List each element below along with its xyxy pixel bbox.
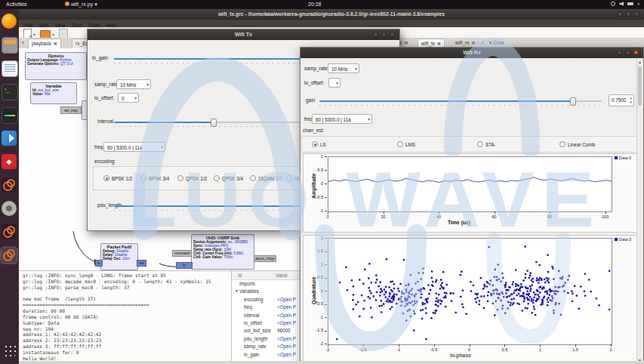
dock-icon-files[interactable]: [2, 37, 18, 54]
focused-app-menu[interactable]: wifi_rx.py ▾: [65, 2, 97, 8]
radio-option-qpsk-1-2[interactable]: QPSK 1/2: [177, 175, 207, 181]
minimize-button[interactable]: [617, 50, 622, 55]
radio-option-bpsk-3-4[interactable]: BPSK 3/4: [140, 175, 169, 181]
freq-combo[interactable]: 60 | 5300.0 | 11a: [312, 114, 372, 124]
console-line: address 3: ff:ff:ff:ff:ff:ff: [23, 344, 231, 350]
minimize-button[interactable]: [618, 11, 623, 17]
window-bottom-edge: [0, 361, 644, 364]
wifi-rx-titlebar[interactable]: Wifi Rx: [300, 48, 643, 58]
usrp-in-port[interactable]: in: [176, 262, 193, 269]
slider-handle[interactable]: [211, 119, 217, 127]
block-variable[interactable]: VariableId: out_buf_sizeValue: 96k: [30, 82, 77, 104]
dock-icon-gnuradio[interactable]: [2, 177, 17, 193]
packet-pad-in-port[interactable]: in: [95, 260, 103, 267]
console-line: instantaneous fer: 0: [23, 350, 231, 356]
dock-icon-writer[interactable]: [2, 60, 18, 77]
x-tick-mark: [434, 344, 435, 347]
grc-window-titlebar[interactable]: wifi_tx.grc - /home/aaa/workarea-gnuradi…: [19, 9, 644, 20]
radio-icon[interactable]: [312, 141, 318, 147]
radio-icon[interactable]: [559, 141, 565, 147]
console-line: frame control: 00 08 (DATA): [23, 314, 231, 320]
dock-icon-vscode[interactable]: [2, 131, 17, 146]
close-tab-icon[interactable]: ✖: [437, 42, 441, 46]
scroll-thumb[interactable]: [638, 66, 642, 106]
lo-offset-combo[interactable]: [328, 78, 340, 88]
gain-spinbox[interactable]: 0.7500 ▲ ▼: [609, 94, 634, 106]
block-packet-pad2[interactable]: Packet Pad2Debug: DisableDelay: DisableD…: [100, 243, 138, 270]
radio-icon[interactable]: [286, 175, 292, 181]
system-top-bar: Activities wifi_rx.py ▾ 20:28 ▾: [0, 0, 644, 9]
close-button[interactable]: [634, 11, 639, 17]
system-tray[interactable]: ▾: [611, 2, 639, 6]
spin-up-icon[interactable]: ▲: [630, 97, 633, 100]
activities-button[interactable]: Activities: [6, 2, 27, 7]
freq-combo[interactable]: 60 | 5300.0 | 11a: [103, 142, 165, 152]
lo-offset-combo[interactable]: 0: [118, 93, 139, 103]
close-tab-icon[interactable]: ✖: [404, 41, 408, 45]
radio-option-bpsk-1-2[interactable]: BPSK 1/2: [103, 175, 132, 181]
time-plot-area[interactable]: [328, 156, 612, 212]
block-library-header[interactable]: ▾ Core: [489, 40, 504, 46]
dock-icon-tweaks[interactable]: [2, 201, 17, 216]
dock-icon-red-app[interactable]: [2, 154, 17, 169]
wifi-tx-titlebar[interactable]: Wifi Tx: [88, 29, 399, 40]
maximize-button[interactable]: [381, 32, 387, 37]
usrp-async-msgs-port[interactable]: async_msgs: [254, 255, 276, 262]
x-tick-label: -1.5: [357, 347, 369, 352]
maximize-button[interactable]: [626, 11, 631, 17]
packet-pad-out-port[interactable]: out: [137, 260, 146, 267]
radio-option-qpsk-3-4[interactable]: QPSK 3/4: [214, 175, 243, 181]
radio-icon[interactable]: [140, 175, 146, 181]
close-button[interactable]: [390, 32, 395, 37]
dock-icon-terminal[interactable]: [2, 84, 18, 100]
set-msg-port[interactable]: set_msg: [60, 106, 82, 114]
spin-down-icon[interactable]: ▼: [630, 101, 633, 104]
minimize-button[interactable]: [373, 32, 378, 37]
dock-icon-gnuradio[interactable]: [2, 224, 17, 239]
usrp-command-port[interactable]: command: [172, 250, 192, 257]
close-tab-icon[interactable]: ✖: [54, 42, 57, 46]
slider-handle[interactable]: [570, 97, 576, 106]
console-line: new mac frame (length 37): [23, 296, 231, 302]
radio-icon[interactable]: [214, 175, 220, 181]
time-plot-legend: Data 0: [615, 156, 631, 160]
maximize-button[interactable]: [625, 50, 630, 55]
radio-option-16qam-1-2[interactable]: 16QAM 1/2: [250, 175, 282, 181]
new-file-dropdown-icon[interactable]: ▾: [33, 32, 35, 37]
gain-label: gain: [306, 97, 315, 103]
radio-option-lms[interactable]: LMS: [397, 141, 415, 147]
wifi-rx-scrollbar[interactable]: ▲ ▼: [636, 59, 643, 363]
constellation-legend: Data 0: [615, 237, 631, 242]
dock-icon-media[interactable]: [2, 107, 18, 124]
dock-icon-gnuradio[interactable]: [2, 248, 17, 263]
tab-scroll-left-icon[interactable]: ‹: [22, 39, 24, 46]
constellation-plot-area[interactable]: [328, 238, 612, 345]
block-options[interactable]: OptionsOutput Language: PythonGenerate O…: [25, 52, 87, 80]
radio-icon[interactable]: [477, 141, 483, 147]
open-file-dropdown-icon[interactable]: ▾: [52, 32, 54, 37]
close-tab-icon[interactable]: ✖: [471, 41, 475, 45]
radio-option-sta[interactable]: STA: [477, 141, 495, 147]
block-usrp-sink[interactable]: UHD: USRP SinkDevice Arguments: se...0F0…: [191, 234, 254, 270]
y-tick-label: 1: [311, 262, 323, 267]
gain-slider[interactable]: [319, 99, 602, 108]
radio-option-ls[interactable]: LS: [312, 141, 326, 147]
samp-rate-combo[interactable]: 10 MHz: [328, 63, 359, 73]
dock-icon-firefox[interactable]: [2, 14, 17, 29]
radio-icon[interactable]: [397, 141, 403, 147]
wifi-rx-window-buttons: [617, 50, 639, 55]
tab-playback[interactable]: playback✖: [28, 39, 61, 49]
scroll-up-icon[interactable]: ▲: [638, 60, 642, 64]
close-button[interactable]: [633, 50, 639, 55]
tab-overflow-icon[interactable]: ›: [482, 39, 484, 46]
dock-icon-show-apps[interactable]: [3, 344, 16, 356]
x-tick-label: 100: [599, 214, 612, 219]
console-line: duration: 00 00: [23, 308, 231, 314]
grc-console-panel[interactable]: gr::log :INFO: sync_long0 - LONG: frame …: [19, 270, 232, 361]
radio-option-linear-comb[interactable]: Linear Comb: [559, 141, 595, 147]
radio-icon[interactable]: [103, 175, 109, 181]
radio-icon[interactable]: [250, 175, 256, 181]
radio-icon[interactable]: [177, 175, 183, 181]
samp-rate-combo[interactable]: 10 MHz: [116, 79, 151, 89]
clock[interactable]: 20:28: [308, 2, 322, 7]
